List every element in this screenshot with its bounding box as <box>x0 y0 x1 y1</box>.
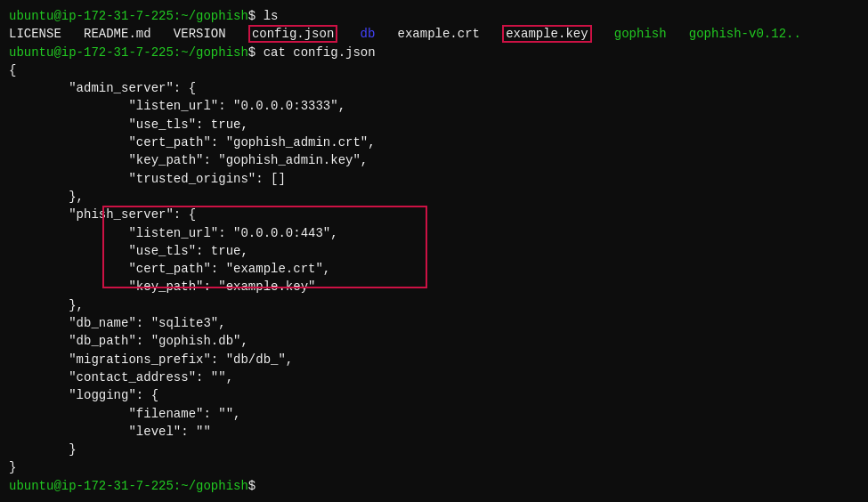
json-logging-close: } <box>9 441 859 458</box>
json-cert-path-admin: "cert_path": "gophish_admin.crt", <box>9 134 859 151</box>
phish-server-block: "phish_server": { "listen_url": "0.0.0.0… <box>9 206 338 314</box>
json-admin-server: "admin_server": { <box>9 79 859 97</box>
json-level: "level": "" <box>9 423 859 441</box>
json-key-path-admin: "key_path": "gophish_admin.key", <box>9 151 859 169</box>
command-line-ls: ubuntu@ip-172-31-7-225:~/gophish$ ls <box>9 7 859 25</box>
json-key-path-phish: "key_path": "example.key" <box>9 278 338 296</box>
json-phish-server: "phish_server": { <box>9 206 338 223</box>
json-db-path: "db_path": "gophish.db", <box>9 332 859 350</box>
json-use-tls-admin: "use_tls": true, <box>9 116 859 134</box>
terminal: ubuntu@ip-172-31-7-225:~/gophish$ ls LIC… <box>9 7 859 495</box>
cmd-ls: $ ls <box>248 9 279 23</box>
ls-item-config: config.json <box>248 25 337 43</box>
ls-output: LICENSE README.md VERSION config.json db… <box>9 25 859 43</box>
json-trusted-origins: "trusted_origins": [] <box>9 170 859 188</box>
command-line-cat: ubuntu@ip-172-31-7-225:~/gophish$ cat co… <box>9 44 859 61</box>
json-migrations: "migrations_prefix": "db/db_", <box>9 351 859 368</box>
ls-item-version: VERSION <box>151 27 226 41</box>
json-contact: "contact_address": "", <box>9 368 859 386</box>
json-listen-url-admin: "listen_url": "0.0.0.0:3333", <box>9 97 859 115</box>
ls-item-example-key: example.key <box>502 25 591 43</box>
final-prompt: ubuntu@ip-172-31-7-225:~/gophish$ <box>9 477 859 495</box>
prompt-1: ubuntu@ip-172-31-7-225:~/gophish <box>9 9 248 23</box>
json-logging: "logging": { <box>9 386 859 404</box>
ls-space2: example.crt <box>375 27 480 41</box>
cmd-cat: $ cat config.json <box>248 45 376 60</box>
json-filename: "filename": "", <box>9 405 859 423</box>
prompt-final: ubuntu@ip-172-31-7-225:~/gophish <box>9 479 248 493</box>
cursor: $ <box>248 479 264 493</box>
json-use-tls-phish: "use_tls": true, <box>9 242 338 260</box>
json-phish-close: }, <box>9 296 338 314</box>
json-listen-url-phish: "listen_url": "0.0.0.0:443", <box>9 224 338 242</box>
ls-item-db: db <box>361 27 376 41</box>
json-cert-path-phish: "cert_path": "example.crt", <box>9 260 338 278</box>
ls-item-license: LICENSE <box>9 27 61 41</box>
json-open-brace: { <box>9 61 859 79</box>
ls-item-space1 <box>337 27 360 41</box>
ls-item-readme: README.md <box>61 27 151 41</box>
ls-item-gophish: gophish <box>592 27 667 41</box>
ls-item-gophish-ver: gophish-v0.12.. <box>667 27 801 41</box>
json-admin-close: }, <box>9 188 859 206</box>
json-close-brace: } <box>9 458 859 476</box>
prompt-2: ubuntu@ip-172-31-7-225:~/gophish <box>9 45 248 60</box>
json-db-name: "db_name": "sqlite3", <box>9 314 859 332</box>
